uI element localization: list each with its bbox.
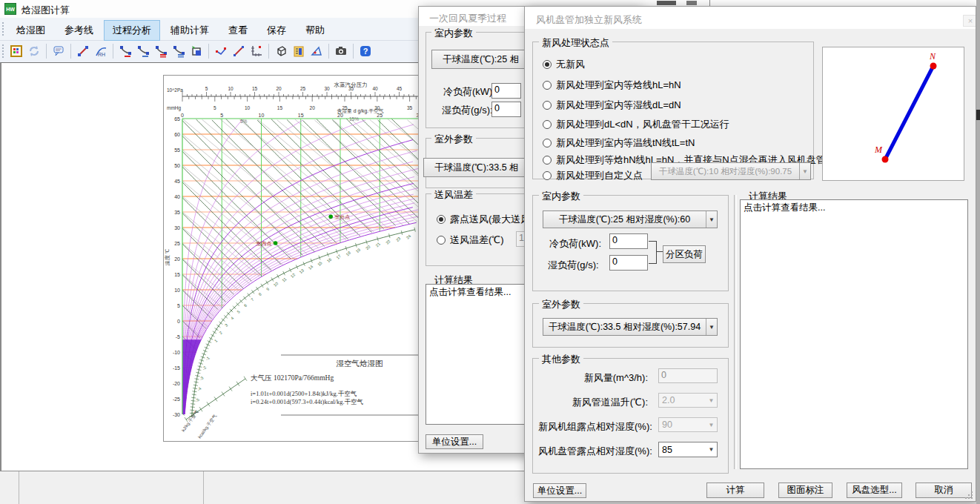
psychrometric-chart[interactable]: -6-5-4-3-2-11234567891011121314151617181… <box>164 76 421 441</box>
dialog2-titlebar[interactable]: 风机盘管加独立新风系统 × <box>525 7 976 29</box>
svg-text:23: 23 <box>395 236 402 243</box>
svg-text:9: 9 <box>265 287 270 291</box>
menu-reference-lines[interactable]: 参考线 <box>56 20 102 41</box>
refresh-icon[interactable] <box>25 42 43 60</box>
svg-text:-25: -25 <box>173 397 180 402</box>
menu-view[interactable]: 查看 <box>219 20 256 41</box>
svg-text:0: 0 <box>181 113 184 118</box>
menu-aux-calc[interactable]: 辅助计算 <box>162 20 218 41</box>
process-point-4-icon[interactable] <box>170 42 188 60</box>
dialog2-custom-point-button[interactable]: 干球温度(℃):10 相对湿度(%):90.75 ▼ <box>651 162 811 180</box>
resize-grip[interactable] <box>965 491 974 500</box>
dialog2-cooling-load-input[interactable]: 0 <box>609 233 648 249</box>
dialog2-radio-no-fresh-air[interactable]: 无新风 <box>543 58 585 71</box>
close-icon[interactable]: × <box>963 15 976 27</box>
calc-panel-icon[interactable] <box>290 42 308 60</box>
fresh-air-volume-input[interactable]: 0 <box>658 368 718 383</box>
dialog2-radio-label: 新风处理到室内等湿线dL=dN <box>556 99 681 112</box>
triangle-angle-icon[interactable] <box>308 42 325 60</box>
polyline-icon[interactable] <box>212 42 230 60</box>
svg-text:-3: -3 <box>199 376 205 382</box>
ahu-dewpoint-rh-combo[interactable]: 90 ▼ <box>658 417 718 432</box>
dialog2-radio-label: 新风处理到dL<dN，风机盘管干工况运行 <box>556 118 729 131</box>
help-icon[interactable]: ? <box>357 42 374 60</box>
radio-icon <box>543 171 552 180</box>
svg-text:8: 8 <box>257 292 262 296</box>
dialog2-cooling-load-label: 冷负荷(kW): <box>549 237 601 251</box>
svg-text:25: 25 <box>174 241 180 246</box>
svg-text:11: 11 <box>281 276 287 282</box>
svg-text:20: 20 <box>276 86 282 91</box>
dialog2-radio-label: 新风处理到室内等焓线hL=hN <box>556 79 681 92</box>
svg-text:1: 1 <box>213 339 218 343</box>
dialog1-supply-group-label: 送风温差 <box>431 188 476 202</box>
camera-icon[interactable] <box>332 42 350 60</box>
chevron-down-icon: ▼ <box>706 397 717 404</box>
chevron-down-icon: ▼ <box>706 422 717 428</box>
zone-load-button[interactable]: 分区负荷 <box>663 245 706 263</box>
svg-text:-30: -30 <box>173 412 180 417</box>
dialog2-radio-iso-humidity[interactable]: 新风处理到室内等湿线dL=dN <box>543 99 681 112</box>
duct-temp-rise-combo[interactable]: 2.0 ▼ <box>658 393 718 408</box>
toolbar-separator <box>46 44 47 59</box>
menu-help[interactable]: 帮助 <box>297 20 334 41</box>
svg-text:17: 17 <box>336 253 342 260</box>
state-point[interactable] <box>328 215 333 219</box>
diagram-point-m-label: M <box>874 145 883 155</box>
dialog2-moisture-load-input[interactable]: 0 <box>609 255 648 271</box>
dialog2-radio-iso-enthalpy[interactable]: 新风处理到室内等焓线hL=hN <box>543 79 681 92</box>
dialog2-indoor-state-button[interactable]: 干球温度(℃):25 相对湿度(%):60 ▼ <box>543 210 718 228</box>
menu-psychart[interactable]: 焓湿图 <box>7 20 54 41</box>
dialog2-result-box[interactable]: 点击计算查看结果... <box>740 199 968 469</box>
dialog2-radio-custom-point[interactable]: 新风处理到自定义点 <box>543 169 643 182</box>
statusbar-separator <box>19 471 19 504</box>
dialog1-radio-supply-tempdiff[interactable]: 送风温差(℃) <box>437 233 504 247</box>
draw-line-icon[interactable] <box>74 42 92 60</box>
insert-box-icon[interactable] <box>188 42 205 60</box>
menu-grip[interactable] <box>2 22 6 36</box>
menu-save[interactable]: 保存 <box>258 20 295 41</box>
calculate-button[interactable]: 计算 <box>706 483 764 498</box>
svg-text:20: 20 <box>174 256 180 262</box>
process-point-2-icon[interactable] <box>134 42 152 60</box>
combo-value: 90 <box>659 420 706 430</box>
svg-text:10: 10 <box>174 288 180 293</box>
svg-text:5: 5 <box>220 113 223 118</box>
dialog2-radio-label: 新风处理到室内等温线tN线tL=tN <box>556 136 695 150</box>
dialog1-unit-settings-button[interactable]: 单位设置... <box>426 434 483 449</box>
cancel-button[interactable]: 取消 <box>916 483 972 498</box>
cube-3d-icon[interactable] <box>272 42 290 60</box>
radio-icon <box>543 156 552 165</box>
svg-text:-4: -4 <box>196 386 202 392</box>
process-point-1-icon[interactable] <box>116 42 134 60</box>
dialog1-moisture-load-input[interactable]: 0 <box>491 102 521 117</box>
svg-text:13: 13 <box>299 268 305 275</box>
axes-icon[interactable] <box>248 42 265 60</box>
svg-text:5: 5 <box>213 105 216 110</box>
fcu-selection-button[interactable]: 风盘选型... <box>847 483 902 498</box>
menu-process-analysis[interactable]: 过程分析 <box>104 20 160 41</box>
toolbar-grip[interactable] <box>2 44 6 58</box>
diagonal-line-icon[interactable] <box>230 42 248 60</box>
dialog2-unit-settings-button[interactable]: 单位设置... <box>533 483 586 498</box>
dialog2-radio-dry-condition[interactable]: 新风处理到dL<dN，风机盘管干工况运行 <box>543 118 729 131</box>
process-diagram: N M <box>823 47 964 180</box>
svg-text:15: 15 <box>317 261 323 268</box>
dialog1-cooling-load-input[interactable]: 0 <box>491 83 521 99</box>
state-point[interactable] <box>274 241 278 245</box>
svg-text:15: 15 <box>174 272 180 277</box>
dialog2-outdoor-state-button[interactable]: 干球温度(℃):33.5 相对湿度(%):57.94 ▼ <box>543 318 718 336</box>
process-point-3-icon[interactable] <box>152 42 170 60</box>
dialog2-moisture-load-label: 湿负荷(g/s): <box>548 259 599 272</box>
background-window-fragment <box>657 1 676 5</box>
annotation-balloon-icon[interactable] <box>50 42 67 60</box>
dialog1-radio-dewpoint-supply[interactable]: 露点送风(最大送风 <box>437 213 530 226</box>
svg-text:16: 16 <box>326 257 333 264</box>
dialog2-radio-iso-temperature[interactable]: 新风处理到室内等温线tN线tL=tN <box>543 136 695 150</box>
chart-palette-icon[interactable] <box>7 42 25 60</box>
svg-text:i=0.24t+0.001d(597.3+0.44t)kca: i=0.24t+0.001d(597.3+0.44t)kcal/kg.干空气 <box>251 398 364 405</box>
annotate-button[interactable]: 图面标注 <box>778 483 832 498</box>
fcu-dewpoint-rh-combo[interactable]: 85 ▼ <box>658 442 718 457</box>
svg-text:5: 5 <box>177 303 180 308</box>
rh-curve-icon[interactable]: RH <box>92 42 110 60</box>
